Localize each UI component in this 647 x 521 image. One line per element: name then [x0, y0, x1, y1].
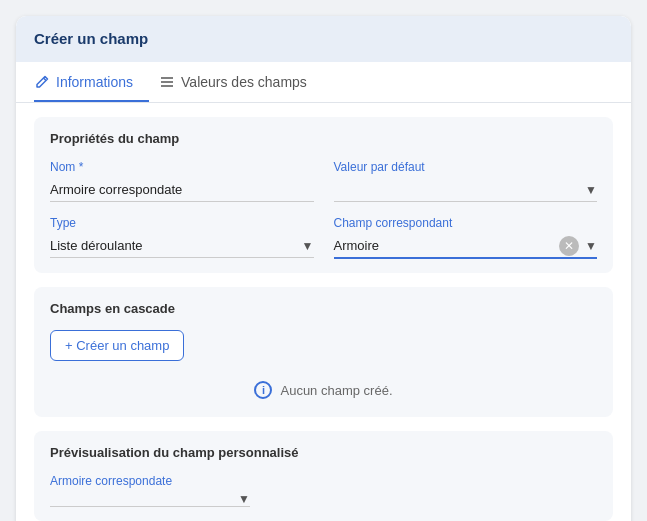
preview-chevron-icon: ▼ [238, 492, 250, 506]
cascade-title: Champs en cascade [50, 301, 597, 316]
valeur-defaut-select-wrapper: ▼ [334, 178, 598, 202]
tab-informations-label: Informations [56, 74, 133, 90]
empty-state: i Aucun champ créé. [50, 375, 597, 403]
preview-field-label: Armoire correspondate [50, 474, 597, 488]
champ-correspondant-clear-button[interactable]: ✕ [559, 236, 579, 256]
champ-correspondant-value: Armoire [334, 234, 556, 257]
type-label: Type [50, 216, 314, 230]
tab-informations[interactable]: Informations [34, 62, 149, 102]
info-icon: i [254, 381, 272, 399]
create-champ-button[interactable]: + Créer un champ [50, 330, 184, 361]
tab-valeurs[interactable]: Valeurs des champs [159, 62, 323, 102]
card-header: Créer un champ [16, 16, 631, 62]
tabs-row: Informations Valeurs des champs [16, 62, 631, 103]
fields-grid: Nom * Valeur par défaut ▼ Type [50, 160, 597, 259]
valeur-defaut-field: Valeur par défaut ▼ [334, 160, 598, 202]
valeur-defaut-label: Valeur par défaut [334, 160, 598, 174]
preview-title: Prévisualisation du champ personnalisé [50, 445, 597, 460]
tab-valeurs-label: Valeurs des champs [181, 74, 307, 90]
champ-correspondant-field: Champ correspondant Armoire ✕ ▼ [334, 216, 598, 259]
nom-input[interactable] [50, 178, 314, 202]
edit-icon [34, 74, 50, 90]
proprietes-title: Propriétés du champ [50, 131, 597, 146]
champ-correspondant-chevron-icon: ▼ [585, 239, 597, 253]
type-select[interactable]: Liste déroulante [50, 234, 314, 257]
champ-correspondant-label: Champ correspondant [334, 216, 598, 230]
menu-icon [159, 74, 175, 90]
cascade-section: Champs en cascade + Créer un champ i Auc… [34, 287, 613, 417]
create-champ-label: + Créer un champ [65, 338, 169, 353]
preview-select-wrapper: ▼ [50, 492, 250, 507]
preview-select-placeholder [50, 495, 238, 503]
card-body: Propriétés du champ Nom * Valeur par déf… [16, 103, 631, 521]
preview-section: Prévisualisation du champ personnalisé A… [34, 431, 613, 521]
champ-correspondant-wrapper: Armoire ✕ ▼ [334, 234, 598, 259]
empty-state-text: Aucun champ créé. [280, 383, 392, 398]
main-card: Créer un champ Informations Valeurs des … [16, 16, 631, 521]
type-select-wrapper: Liste déroulante ▼ [50, 234, 314, 258]
proprietes-section: Propriétés du champ Nom * Valeur par déf… [34, 117, 613, 273]
page-title: Créer un champ [34, 30, 148, 47]
type-field: Type Liste déroulante ▼ [50, 216, 314, 259]
nom-label: Nom * [50, 160, 314, 174]
valeur-defaut-select[interactable] [334, 178, 598, 201]
nom-field: Nom * [50, 160, 314, 202]
